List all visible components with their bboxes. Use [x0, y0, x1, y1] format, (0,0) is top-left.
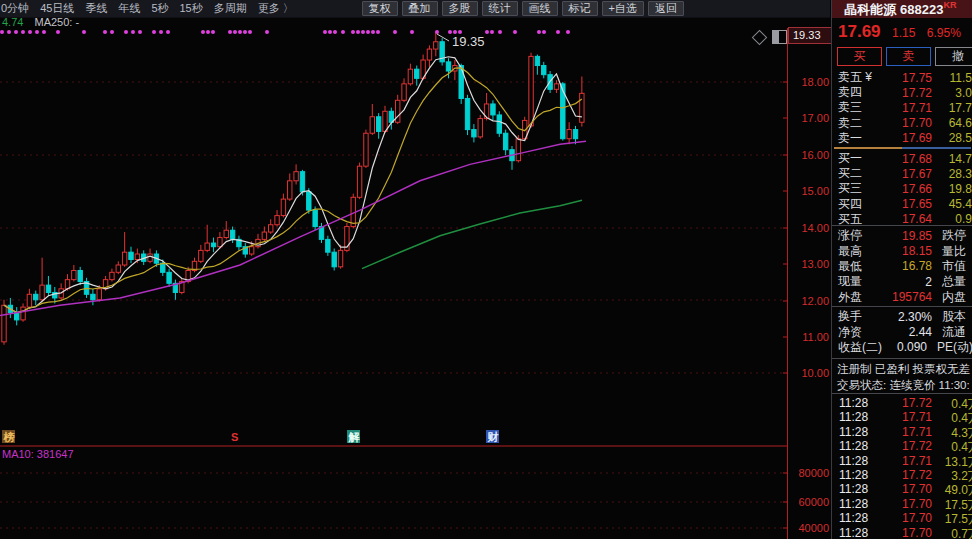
period-item-2[interactable]: 季线	[85, 1, 107, 16]
sell-button[interactable]: 卖	[886, 47, 931, 66]
signal-dot	[206, 30, 210, 34]
signal-dot	[152, 30, 156, 34]
candle	[434, 42, 438, 49]
candle	[446, 62, 450, 71]
signal-dot	[537, 30, 541, 34]
candle	[249, 247, 253, 254]
action-button-4[interactable]: 画线	[522, 1, 558, 16]
candle	[205, 243, 209, 250]
ask-price: 17.72	[880, 86, 932, 100]
action-button-3[interactable]: 统计	[482, 1, 518, 16]
stock-code: 688223	[900, 2, 943, 17]
signal-dot	[566, 30, 570, 34]
cursor-price-box: 19.33	[788, 27, 836, 44]
tick-row: 11:2817.7017.5万	[832, 497, 972, 511]
ask-row[interactable]: 卖三17.7117.7	[832, 100, 972, 115]
period-item-4[interactable]: 5秒	[151, 1, 168, 16]
signal-dot	[361, 30, 365, 34]
candle	[370, 117, 374, 133]
tick-price: 17.71	[876, 454, 932, 468]
signal-dot	[233, 30, 237, 34]
stat-value: 19.85	[884, 229, 932, 243]
candle	[46, 285, 50, 292]
period-item-7[interactable]: 更多 〉	[258, 1, 294, 16]
candle	[300, 172, 304, 192]
stat-label-2: PE(动)	[937, 339, 972, 356]
signal-dot	[366, 30, 370, 34]
stat-value: 2.44	[884, 325, 932, 339]
tick-price: 17.71	[876, 425, 932, 439]
signal-dot	[131, 30, 135, 34]
ask-row[interactable]: 卖一17.6928.5	[832, 131, 972, 146]
buy-button[interactable]: 买	[837, 47, 882, 66]
tick-time: 11:28	[839, 511, 868, 525]
candle	[148, 254, 152, 261]
candle	[376, 117, 380, 132]
period-item-5[interactable]: 15秒	[180, 1, 203, 16]
panel-toggle-icon[interactable]	[772, 30, 787, 44]
tick-row: 11:2817.7113.1万	[832, 454, 972, 468]
signal-dot	[110, 30, 114, 34]
candle	[427, 49, 431, 60]
candle	[224, 230, 228, 237]
stat-row: 收益(二)0.090PE(动)	[832, 340, 972, 355]
candle	[465, 98, 469, 129]
ask-volume: 28.5	[932, 131, 972, 145]
candle	[218, 238, 222, 247]
candle	[116, 265, 120, 272]
tick-time: 11:28	[839, 425, 868, 439]
bid-row[interactable]: 买二17.6728.3	[832, 166, 972, 181]
bid-row[interactable]: 买三17.6619.8	[832, 181, 972, 196]
tick-row: 11:2817.700.7万	[832, 526, 972, 539]
candle	[573, 130, 577, 139]
action-button-5[interactable]: 标记	[562, 1, 598, 16]
event-marker[interactable]: 榜	[3, 431, 15, 443]
bid-volume: 14.7	[932, 152, 972, 166]
stat-value: 2.30%	[884, 310, 932, 324]
action-button-2[interactable]: 多股	[442, 1, 478, 16]
signal-dot	[435, 30, 439, 34]
stock-header[interactable]: 晶科能源688223KR	[832, 0, 972, 18]
period-item-1[interactable]: 45日线	[40, 1, 74, 16]
ask-price: 17.75	[880, 71, 932, 85]
period-item-0[interactable]: 0分钟	[1, 1, 29, 16]
candlestick-chart[interactable]: 19.35榜S解财	[0, 0, 790, 539]
price-label: 10.00	[789, 367, 829, 379]
signal-dot	[376, 30, 380, 34]
stat-label: 外盘	[838, 289, 884, 306]
tick-price: 17.70	[876, 511, 932, 525]
toolbar: 0分钟45日线季线年线5秒15秒多周期更多 〉 复权叠加多股统计画线标记+自选返…	[0, 0, 830, 18]
event-marker[interactable]: 解	[348, 431, 361, 443]
tick-time: 11:28	[839, 497, 868, 511]
tick-row: 11:2817.720.4万	[832, 396, 972, 410]
price-label: 18.00	[789, 76, 829, 88]
stats-primary: 涨停19.85跌停最高18.15量比最低16.78市值现量2总量外盘195764…	[832, 228, 972, 305]
price-label: 13.00	[789, 258, 829, 270]
cancel-button[interactable]: 撤	[935, 47, 972, 66]
stat-row: 最高18.15量比	[832, 243, 972, 258]
ask-row[interactable]: 卖五 ¥17.7511.5	[832, 70, 972, 85]
tick-time: 11:28	[839, 454, 868, 468]
ask-row[interactable]: 卖四17.723.0	[832, 85, 972, 100]
event-marker[interactable]: S	[231, 431, 238, 443]
action-button-7[interactable]: 返回	[648, 1, 684, 16]
candle	[2, 305, 6, 342]
action-button-1[interactable]: 叠加	[402, 1, 438, 16]
action-button-0[interactable]: 复权	[362, 1, 398, 16]
stat-row: 现量2总量	[832, 274, 972, 289]
bid-row[interactable]: 买一17.6814.7	[832, 151, 972, 166]
ask-row[interactable]: 卖二17.7064.6	[832, 116, 972, 131]
period-item-6[interactable]: 多周期	[214, 1, 247, 16]
tick-price: 17.72	[876, 468, 932, 482]
event-marker[interactable]: 财	[487, 431, 499, 443]
candle	[262, 232, 266, 239]
signal-dot	[103, 30, 107, 34]
action-button-6[interactable]: +自选	[602, 1, 644, 16]
stat-row: 涨停19.85跌停	[832, 228, 972, 243]
price-change: 1.15	[892, 26, 915, 40]
period-item-3[interactable]: 年线	[118, 1, 140, 16]
signal-dot	[159, 30, 163, 34]
tick-time: 11:28	[839, 468, 868, 482]
candle	[535, 56, 539, 65]
bid-row[interactable]: 买四17.6545.4	[832, 197, 972, 212]
